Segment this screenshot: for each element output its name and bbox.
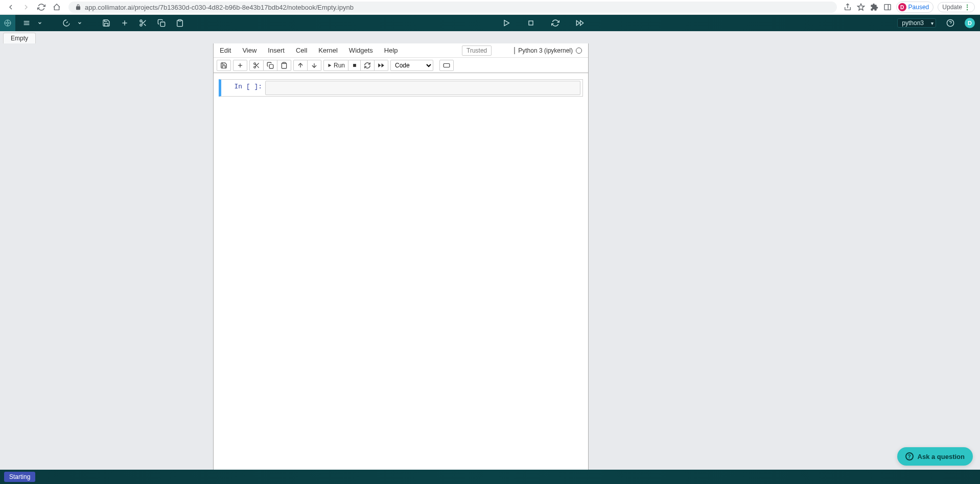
update-button[interactable]: Update ⋮ (938, 2, 975, 12)
kernel-status-icon (576, 48, 582, 54)
menu-view[interactable]: View (242, 47, 256, 54)
extensions-icon[interactable] (870, 3, 879, 12)
home-button[interactable] (52, 3, 61, 12)
notebook-pane: Edit View Insert Cell Kernel Widgets Hel… (213, 43, 589, 470)
stop-icon[interactable] (525, 17, 537, 29)
paste-icon[interactable] (174, 17, 186, 29)
menu-insert[interactable]: Insert (268, 47, 285, 54)
add-cell-button[interactable] (233, 60, 247, 71)
svg-line-13 (142, 21, 143, 23)
code-input[interactable] (265, 81, 580, 95)
plus-icon[interactable] (119, 17, 131, 29)
notebook-menubar: Edit View Insert Cell Kernel Widgets Hel… (214, 43, 588, 58)
address-bar[interactable]: app.collimator.ai/projects/7b13630d-c030… (68, 2, 837, 13)
svg-rect-14 (160, 22, 165, 27)
profile-paused-pill[interactable]: D Paused (896, 2, 934, 13)
copy-icon[interactable] (155, 17, 168, 29)
menu-kernel[interactable]: Kernel (318, 47, 338, 54)
run-label: Run (334, 62, 345, 69)
svg-rect-0 (884, 5, 891, 10)
chevron-down-icon: ▾ (931, 20, 934, 26)
restart-button[interactable] (361, 60, 375, 71)
help-icon[interactable] (944, 17, 956, 29)
hamburger-menu-icon[interactable] (20, 17, 33, 29)
menu-dots-icon: ⋮ (964, 4, 970, 11)
notebook-toolbar: Run Code (214, 58, 588, 73)
svg-rect-28 (269, 64, 273, 68)
user-avatar[interactable]: D (965, 18, 975, 28)
app-logo[interactable] (0, 15, 15, 31)
paused-label: Paused (908, 4, 929, 11)
svg-point-24 (254, 66, 256, 68)
cell-prompt: In [ ]: (221, 81, 265, 95)
content-area: Edit View Insert Cell Kernel Widgets Hel… (0, 43, 980, 470)
panel-icon[interactable] (883, 3, 892, 12)
avatar-icon: D (898, 3, 906, 11)
interrupt-button[interactable] (348, 60, 361, 71)
kernel-name: Python 3 (ipykernel) (518, 47, 573, 54)
restart-run-all-button[interactable] (375, 60, 388, 71)
kernel-select[interactable]: python3 ▾ (897, 18, 936, 28)
run-icon[interactable] (500, 17, 512, 29)
reload-button[interactable] (37, 3, 46, 12)
menu-widgets[interactable]: Widgets (349, 47, 373, 54)
ask-question-button[interactable]: ? Ask a question (897, 447, 973, 466)
menu-edit[interactable]: Edit (220, 47, 231, 54)
svg-marker-18 (580, 20, 584, 25)
command-palette-button[interactable] (439, 60, 454, 71)
fast-forward-icon[interactable] (574, 17, 586, 29)
restart-icon[interactable] (549, 17, 562, 29)
share-icon[interactable] (843, 3, 852, 12)
svg-marker-16 (504, 20, 509, 26)
svg-rect-17 (529, 21, 533, 25)
bookmark-star-icon[interactable] (856, 3, 866, 12)
notebook-body: In [ ]: (214, 73, 588, 103)
svg-marker-35 (378, 63, 381, 67)
svg-line-12 (144, 24, 146, 26)
browser-toolbar: app.collimator.ai/projects/7b13630d-c030… (0, 0, 980, 15)
save-icon[interactable] (100, 17, 112, 29)
trusted-badge[interactable]: Trusted (462, 45, 492, 56)
move-up-button[interactable] (293, 60, 308, 71)
chevron-down-icon[interactable] (34, 17, 46, 29)
svg-marker-34 (382, 63, 384, 67)
svg-point-2 (7, 22, 9, 24)
forward-button[interactable] (21, 3, 31, 12)
move-down-button[interactable] (308, 60, 321, 71)
svg-line-27 (255, 64, 256, 65)
tabs-row: Empty (0, 31, 980, 43)
cell-type-select[interactable]: Code (390, 60, 433, 71)
chevron-down-icon[interactable] (74, 17, 86, 29)
status-badge: Starting (4, 472, 35, 482)
code-cell[interactable]: In [ ]: (219, 79, 583, 97)
cut-button[interactable] (249, 60, 264, 71)
menu-help[interactable]: Help (384, 47, 398, 54)
tab-empty[interactable]: Empty (3, 33, 36, 43)
svg-point-10 (140, 24, 142, 26)
update-label: Update (942, 4, 962, 11)
svg-rect-36 (444, 63, 450, 67)
url-text: app.collimator.ai/projects/7b13630d-c030… (85, 4, 354, 11)
svg-marker-32 (329, 63, 332, 67)
copy-button[interactable] (264, 60, 277, 71)
paste-button[interactable] (277, 60, 291, 71)
gauge-icon[interactable] (60, 17, 73, 29)
kernel-indicator[interactable]: Python 3 (ipykernel) (514, 47, 582, 54)
lock-icon (75, 4, 82, 11)
ask-label: Ask a question (918, 453, 965, 460)
svg-marker-19 (576, 20, 579, 25)
menu-cell[interactable]: Cell (296, 47, 307, 54)
status-bar: Starting (0, 470, 980, 484)
svg-rect-33 (353, 64, 356, 67)
svg-rect-29 (283, 62, 286, 63)
svg-rect-15 (178, 19, 181, 21)
run-button[interactable]: Run (323, 60, 348, 71)
save-button[interactable] (217, 60, 231, 71)
cut-icon[interactable] (137, 17, 149, 29)
svg-point-23 (254, 62, 256, 64)
app-toolbar: python3 ▾ D (0, 15, 980, 31)
question-icon: ? (905, 452, 914, 460)
notebook-menus: Edit View Insert Cell Kernel Widgets Hel… (220, 47, 398, 54)
svg-line-26 (257, 66, 259, 67)
back-button[interactable] (6, 3, 15, 12)
